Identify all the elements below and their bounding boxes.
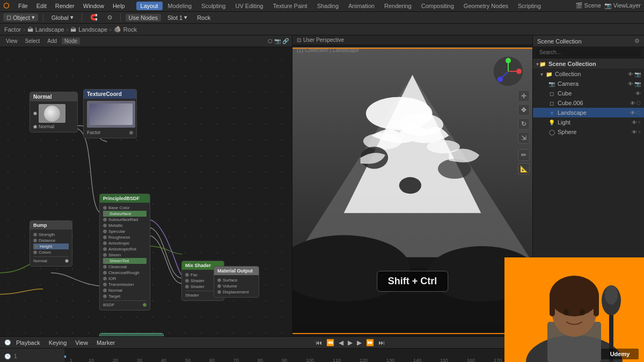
filter-icon[interactable]: ⚙ — [634, 38, 640, 45]
timeline-mode-icon[interactable]: 🕐 — [4, 339, 11, 345]
menu-render[interactable]: Render — [52, 2, 78, 10]
jump-end-btn[interactable]: ⏭ — [377, 339, 386, 346]
breadcrumb-landscape2[interactable]: Landscape — [78, 26, 107, 33]
marker-menu[interactable]: Marker — [93, 339, 118, 346]
outliner-item-cube[interactable]: ◻ Cube 👁 — [533, 88, 644, 98]
node-bump[interactable]: Bump Strength Distance Height Colors Nor… — [30, 220, 72, 267]
playback-menu[interactable]: Playback — [13, 339, 43, 346]
landscape-label: Landscape — [558, 109, 628, 116]
play-btn[interactable]: ▶ — [347, 339, 354, 346]
node-material-output[interactable]: Material Output Surface Volume Displacem… — [214, 266, 259, 298]
outliner-item-collection[interactable]: ▾ 📁 Collection 👁 📷 — [533, 69, 644, 79]
tab-scripting[interactable]: Scripting — [514, 2, 545, 10]
tab-geometry-nodes[interactable]: Geometry Nodes — [459, 2, 513, 10]
scene-info: 🎬 Scene 📷 ViewLayer — [575, 2, 641, 9]
svg-point-29 — [580, 309, 585, 315]
tab-modeling[interactable]: Modeling — [164, 2, 196, 10]
viewport-3d[interactable]: ⊡ User Perspective (1) Collection | Land… — [292, 35, 533, 336]
tab-compositing[interactable]: Compositing — [417, 2, 458, 10]
tab-animation[interactable]: Animation — [344, 2, 379, 10]
visibility-icon[interactable]: 👁 — [628, 71, 633, 77]
tool-scale[interactable]: ⇲ — [518, 132, 530, 144]
viewport-gizmo[interactable] — [492, 55, 524, 87]
render-icon[interactable]: 📷 — [634, 71, 641, 77]
timeline-track-header: 🕐 1 — [0, 349, 64, 362]
outliner-item-sphere[interactable]: ◯ Sphere 👁 ▿ — [533, 127, 644, 137]
node-editor-background[interactable]: Normal Normal TextureCoord — [0, 35, 292, 336]
menu-file[interactable]: File — [14, 2, 32, 10]
nt-node[interactable]: Node — [62, 38, 80, 45]
tick-10: 10 — [89, 358, 94, 363]
tab-rendering[interactable]: Rendering — [380, 2, 416, 10]
eye-icon-camera[interactable]: 👁 — [628, 81, 633, 87]
tab-layout[interactable]: Layout — [136, 2, 163, 10]
node-texture-coord[interactable]: TextureCoord Factor — [83, 89, 137, 138]
keying-menu[interactable]: Keying — [46, 339, 70, 346]
outliner-item-scene-collection[interactable]: ▾ 📁 Scene Collection — [533, 59, 644, 69]
viewlayer-label: 📷 ViewLayer — [604, 2, 641, 9]
eye-icon-cube[interactable]: 👁 — [635, 91, 641, 97]
tool-move[interactable]: ✥ — [518, 104, 530, 116]
tick-60: 60 — [209, 358, 215, 363]
eye-icon-cube006[interactable]: 👁 — [630, 100, 635, 106]
tab-uv-editing[interactable]: UV Editing — [231, 2, 267, 10]
tool-annotate[interactable]: ✏ — [518, 149, 530, 161]
node-editor[interactable]: View Select Add Node ⬡ 📷 🔗 — [0, 35, 292, 336]
node-header: FactorOutput — [100, 334, 163, 336]
mode-selector[interactable]: ◻ Object ▾ — [3, 13, 38, 21]
next-keyframe-btn[interactable]: ⏩ — [365, 339, 375, 346]
tab-shading[interactable]: Shading — [313, 2, 343, 10]
snap-toggle[interactable]: 🧲 — [87, 13, 101, 21]
render-icon-camera[interactable]: 📷 — [634, 81, 641, 87]
next-frame-btn[interactable]: ▶ — [356, 339, 363, 346]
type-icon-sphere: ▿ — [638, 129, 641, 135]
node-principled-bsdf[interactable]: PrincipledBSDF Base Color Subsurface Sub… — [99, 194, 150, 311]
nt-view[interactable]: View — [3, 38, 20, 45]
svg-point-9 — [399, 177, 421, 194]
prev-frame-btn[interactable]: ◀ — [338, 339, 345, 346]
svg-point-25 — [550, 276, 599, 316]
outliner-title: Scene Collection — [537, 38, 582, 45]
eye-icon-light[interactable]: 👁 — [632, 120, 637, 125]
scene-label: 🎬 Scene — [575, 2, 601, 9]
node-body: Strength Distance Height Colors Normal — [30, 230, 72, 266]
tool-measure[interactable]: 📐 — [518, 163, 530, 175]
node-bottom[interactable]: FactorOutput Value — [99, 333, 164, 336]
node-normal-map[interactable]: Normal Normal — [30, 92, 78, 132]
scene-collection-label: Scene Collection — [548, 61, 596, 67]
outliner-item-cube006[interactable]: ◻ Cube.006 👁 ⬡ — [533, 98, 644, 108]
transform-selector[interactable]: Global ▾ — [48, 13, 77, 21]
proportional-toggle[interactable]: ⊙ — [104, 13, 115, 21]
webcam-video: Udemy — [504, 257, 644, 362]
slot-label: Slot 1 — [167, 14, 182, 21]
mode-label: Object — [13, 14, 30, 21]
outliner-item-light[interactable]: 💡 Light 👁 ▿ — [533, 117, 644, 127]
sep-3: › — [109, 26, 112, 33]
outliner-item-camera[interactable]: 📷 Camera 👁 📷 — [533, 79, 644, 88]
outliner-item-landscape[interactable]: ▿ Landscape 👁 ⬡ — [533, 108, 644, 117]
use-nodes-toggle[interactable]: Use Nodes — [126, 14, 161, 21]
slot-selector[interactable]: Slot 1 ▾ — [164, 13, 191, 21]
menu-help[interactable]: Help — [109, 2, 129, 10]
outliner-search-input[interactable] — [536, 48, 641, 56]
cube-icon: ◻ — [548, 90, 555, 97]
eye-icon-landscape[interactable]: 👁 — [630, 110, 635, 116]
tool-rotate[interactable]: ↻ — [518, 118, 530, 130]
tool-cursor[interactable]: ✛ — [518, 90, 530, 102]
workspace-tabs: Layout Modeling Sculpting UV Editing Tex… — [136, 2, 545, 10]
breadcrumb-landscape1[interactable]: Landscape — [35, 26, 64, 33]
view-menu-timeline[interactable]: View — [72, 339, 91, 346]
eye-icon-sphere[interactable]: 👁 — [632, 129, 637, 135]
prev-keyframe-btn[interactable]: ⏪ — [325, 339, 335, 346]
jump-start-btn[interactable]: ⏮ — [314, 339, 323, 346]
timeline-playhead — [64, 356, 66, 358]
blender-logo: ⬡ — [3, 2, 9, 10]
menu-window[interactable]: Window — [79, 2, 108, 10]
menu-edit[interactable]: Edit — [33, 2, 50, 10]
tab-texture-paint[interactable]: Texture Paint — [268, 2, 311, 10]
light-label: Light — [558, 119, 630, 125]
tab-sculpting[interactable]: Sculpting — [197, 2, 230, 10]
nt-select[interactable]: Select — [23, 38, 43, 45]
tick-150: 150 — [440, 358, 448, 363]
nt-add[interactable]: Add — [45, 38, 60, 45]
